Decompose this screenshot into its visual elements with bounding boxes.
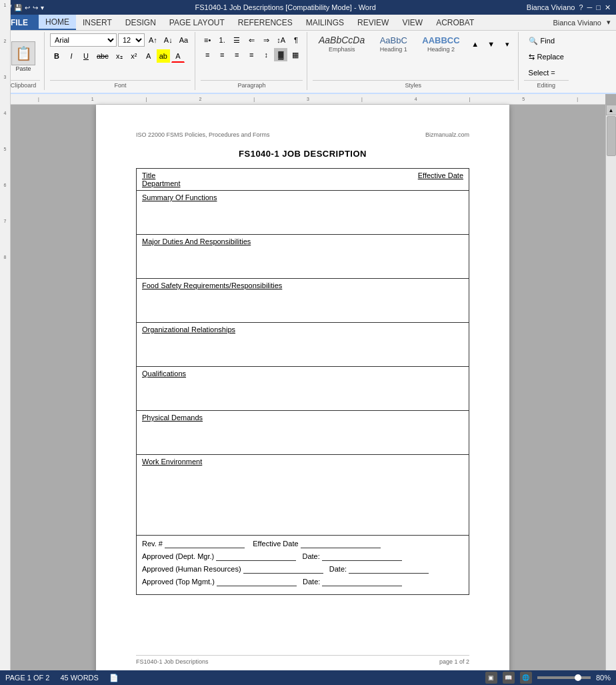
qualifications-cell: Qualifications — [137, 367, 469, 411]
scroll-up-btn[interactable]: ▲ — [606, 105, 617, 115]
highlight-btn[interactable]: ab — [157, 49, 170, 63]
shading-btn[interactable]: ▓ — [274, 48, 287, 61]
menu-item-acrobat[interactable]: ACROBAT — [429, 15, 481, 30]
align-center-btn[interactable]: ≡ — [215, 48, 229, 61]
menu-item-page-layout[interactable]: PAGE LAYOUT — [163, 15, 231, 30]
grow-font-btn[interactable]: A↑ — [146, 33, 160, 47]
physical-demands-content[interactable] — [142, 422, 463, 452]
work-env-content[interactable] — [142, 466, 463, 532]
department-label: Department — [142, 179, 180, 187]
menu-item-mailings[interactable]: MAILINGS — [299, 15, 351, 30]
styles-scroll-up[interactable]: ▲ — [469, 37, 482, 51]
style-heading2[interactable]: AABBCC Heading 2 — [416, 34, 465, 55]
align-left-btn[interactable]: ≡ — [201, 48, 214, 61]
dept-mgr-field — [216, 552, 296, 561]
show-formatting-btn[interactable]: ¶ — [289, 33, 303, 47]
footer-right: page 1 of 2 — [439, 658, 469, 665]
increase-indent-btn[interactable]: ⇒ — [259, 33, 273, 47]
org-content[interactable] — [142, 333, 463, 364]
clipboard-label: Clipboard — [7, 80, 40, 89]
summary-content[interactable] — [142, 201, 463, 231]
date-label1: Date: — [302, 552, 319, 560]
effective-date-cell: Effective Date — [303, 169, 469, 191]
qualifications-content[interactable] — [142, 378, 463, 408]
subscript-btn[interactable]: x₂ — [113, 49, 126, 63]
ruler: |1|2|3|4|5| — [11, 94, 605, 105]
heading2-preview: AABBCC — [422, 36, 459, 45]
title-cell: Title Department — [137, 169, 303, 191]
paragraph-controls: ≡• 1. ☰ ⇐ ⇒ ↕A ¶ ≡ ≡ ≡ ≡ ↕ ▓ ▦ — [201, 33, 303, 61]
menu-item-review[interactable]: REVIEW — [351, 15, 395, 30]
borders-btn[interactable]: ▦ — [289, 48, 302, 61]
bold-btn[interactable]: B — [50, 49, 63, 63]
top-mgmt-line: Approved (Top Mgmt.) Date: — [142, 578, 463, 586]
ribbon-editing-group: 🔍 Find ⇆ Replace Select = Editing — [520, 32, 573, 90]
web-layout-btn[interactable]: 🌐 — [520, 672, 532, 684]
menu-item-home[interactable]: HOME — [39, 15, 76, 30]
page-wrapper: ISO 22000 FSMS Policies, Procedures and … — [0, 105, 605, 685]
reading-layout-btn[interactable]: 📖 — [503, 672, 515, 684]
footer-left: FS1040-1 Job Descriptions — [136, 658, 209, 665]
summary-row: Summary Of Functions — [137, 191, 469, 235]
major-duties-content[interactable] — [142, 245, 463, 275]
style-emphasis[interactable]: AaBbCcDa Emphasis — [313, 33, 371, 55]
selection-icon: 📄 — [109, 674, 119, 682]
physical-demands-row: Physical Demands — [137, 411, 469, 455]
superscript-btn[interactable]: x² — [127, 49, 141, 63]
clear-format-btn[interactable]: Aa — [177, 33, 191, 47]
line-spacing-btn[interactable]: ↕ — [259, 48, 273, 61]
numbering-btn[interactable]: 1. — [215, 33, 229, 47]
shrink-font-btn[interactable]: A↓ — [161, 33, 175, 47]
page-footer: FS1040-1 Job Descriptions page 1 of 2 — [136, 655, 469, 665]
zoom-thumb[interactable] — [575, 674, 581, 681]
italic-btn[interactable]: I — [65, 49, 78, 63]
strikethrough-btn[interactable]: abc — [94, 49, 111, 63]
help-btn[interactable]: ? — [579, 3, 583, 11]
replace-btn[interactable]: ⇆ Replace — [524, 49, 569, 64]
align-right-btn[interactable]: ≡ — [230, 48, 243, 61]
work-env-cell: Work Environment — [137, 455, 469, 536]
styles-scroll-down[interactable]: ▼ — [485, 37, 498, 51]
font-size-select[interactable]: 12 — [118, 33, 145, 47]
para-row2: ≡ ≡ ≡ ≡ ↕ ▓ ▦ — [201, 48, 303, 61]
menu-item-references[interactable]: REFERENCES — [231, 15, 299, 30]
select-btn[interactable]: Select = — [524, 65, 569, 80]
multilevel-btn[interactable]: ☰ — [230, 33, 243, 47]
style-heading1[interactable]: AaBbC Heading 1 — [373, 34, 413, 55]
underline-btn[interactable]: U — [79, 49, 93, 63]
font-family-select[interactable]: Arial — [50, 33, 117, 47]
font-color-btn[interactable]: A — [171, 49, 185, 63]
save-icon[interactable]: 💾 — [14, 4, 22, 11]
zoom-slider[interactable] — [537, 676, 591, 679]
text-effect-btn[interactable]: A — [142, 49, 155, 63]
decrease-indent-btn[interactable]: ⇐ — [245, 33, 258, 47]
paste-button[interactable]: 📋 Paste — [7, 38, 40, 75]
undo-icon[interactable]: ↩ — [25, 4, 30, 11]
approval-cell: Rev. # Effective Date Approved (Dept. Mg… — [137, 536, 469, 595]
redo-icon[interactable]: ↪ — [33, 4, 38, 11]
top-mgmt-field — [217, 578, 297, 586]
find-btn[interactable]: 🔍 Find — [524, 33, 569, 48]
expand-icon[interactable]: ▾ — [607, 18, 611, 27]
ribbon-font-group: Arial 12 A↑ A↓ Aa B I U abc x₂ x² A ab A — [46, 32, 195, 90]
styles-expand[interactable]: ▾ — [501, 37, 514, 51]
date-field2 — [349, 565, 429, 574]
scroll-track[interactable] — [606, 115, 616, 674]
minimize-btn[interactable]: ─ — [587, 3, 593, 11]
print-layout-btn[interactable]: ▣ — [485, 672, 497, 684]
ribbon-styles-group: AaBbCcDa Emphasis AaBbC Heading 1 AABBCC… — [309, 32, 519, 90]
close-btn[interactable]: ✕ — [605, 3, 611, 12]
maximize-btn[interactable]: □ — [596, 3, 601, 11]
title-bar-title: FS1040-1 Job Descriptions [Compatibility… — [44, 3, 526, 11]
ruler-container: |1|2|3|4|5| — [0, 94, 616, 105]
sort-btn[interactable]: ↕A — [274, 33, 288, 47]
justify-btn[interactable]: ≡ — [245, 48, 258, 61]
food-safety-content[interactable] — [142, 289, 463, 319]
bullets-btn[interactable]: ≡• — [201, 33, 214, 47]
menu-item-design[interactable]: DESIGN — [119, 15, 163, 30]
hr-field — [243, 565, 323, 574]
menu-item-insert[interactable]: INSERT — [76, 15, 119, 30]
scroll-thumb[interactable] — [607, 116, 616, 156]
hr-label: Approved (Human Resources) — [142, 565, 241, 573]
menu-item-view[interactable]: VIEW — [395, 15, 429, 30]
